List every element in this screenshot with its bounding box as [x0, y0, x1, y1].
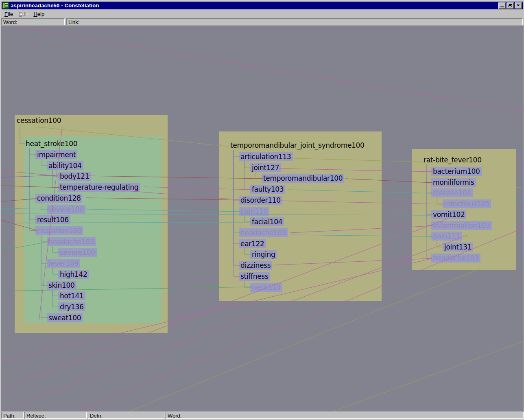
- minimize-button[interactable]: [498, 2, 506, 9]
- menu-file[interactable]: File: [2, 11, 16, 18]
- minimize-icon: [500, 7, 504, 7]
- word-node[interactable]: joint127: [250, 163, 281, 172]
- word-node[interactable]: body121: [58, 172, 91, 181]
- cross-link-line: [516, 164, 524, 165]
- word-node[interactable]: impairment: [35, 150, 77, 159]
- link-field[interactable]: Link:: [66, 18, 523, 25]
- close-icon: ✕: [517, 4, 520, 7]
- word-node[interactable]: sweat100: [47, 313, 83, 322]
- word-node[interactable]: dry136: [58, 302, 85, 311]
- word-field[interactable]: Word:: [1, 18, 65, 25]
- cross-link-line: [516, 224, 524, 225]
- word-node[interactable]: disorder110: [239, 196, 282, 205]
- word-node[interactable]: disease104: [431, 188, 473, 197]
- word-node[interactable]: severe100: [58, 248, 97, 257]
- title-bar[interactable]: aspirinheadache50 - Constellation ✕: [2, 2, 523, 9]
- word-node[interactable]: infectious105: [443, 199, 491, 208]
- status-defn: Defn:: [88, 412, 164, 419]
- word-node[interactable]: faulty103: [250, 185, 285, 194]
- status-word: Word:: [166, 412, 524, 419]
- word-node[interactable]: vomit102: [431, 210, 466, 219]
- word-node[interactable]: bacterium100: [431, 167, 482, 176]
- word-node[interactable]: pain110: [239, 207, 269, 216]
- cross-link-line: [516, 187, 524, 188]
- status-bar: Path: Reltype: Defn: Word:: [1, 411, 523, 419]
- word-node[interactable]: fever109: [47, 259, 80, 268]
- word-node[interactable]: condition128: [35, 194, 82, 203]
- menu-help[interactable]: Help: [31, 11, 47, 18]
- box-title[interactable]: rat-bite_fever100: [423, 155, 483, 164]
- word-node[interactable]: headache103: [239, 228, 288, 237]
- word-node[interactable]: ability104: [47, 161, 83, 170]
- word-node[interactable]: inflammation103: [431, 221, 492, 230]
- status-path: Path:: [1, 412, 24, 419]
- word-node[interactable]: facial104: [250, 217, 284, 226]
- graph-canvas[interactable]: cessation100heat_stroke100impairmentabil…: [1, 26, 524, 412]
- word-node[interactable]: heat_stroke100: [24, 139, 79, 148]
- word-node[interactable]: ear122: [239, 239, 266, 248]
- word-node[interactable]: headache103: [431, 254, 480, 262]
- menu-bar: File Edit Help: [2, 10, 523, 18]
- word-node[interactable]: dizziness: [239, 261, 272, 270]
- word-node[interactable]: skin100: [47, 281, 76, 290]
- app-icon: [2, 2, 9, 9]
- menu-edit: Edit: [16, 11, 31, 18]
- word-node[interactable]: moniliformis: [431, 178, 476, 187]
- toolbar: Word: Link:: [0, 18, 524, 26]
- word-node[interactable]: ringing: [250, 250, 277, 259]
- restore-icon: [509, 4, 512, 7]
- word-node[interactable]: pain111: [431, 232, 462, 241]
- restore-button[interactable]: [507, 2, 514, 9]
- cross-link-line: [13, 27, 524, 112]
- box-title[interactable]: temporomandibular_joint_syndrome100: [229, 141, 365, 150]
- cross-link-line: [516, 201, 524, 202]
- word-node[interactable]: neck114: [250, 283, 282, 292]
- word-node[interactable]: stiffness: [239, 272, 270, 281]
- status-reltype: Reltype:: [24, 412, 87, 419]
- word-node[interactable]: severe100: [47, 205, 85, 214]
- cross-link-line: [310, 341, 524, 412]
- word-node[interactable]: result106: [35, 215, 70, 224]
- word-node[interactable]: articulation113: [239, 152, 293, 161]
- box-title[interactable]: cessation100: [16, 116, 62, 125]
- word-node[interactable]: temperature-regulating: [58, 183, 140, 192]
- word-node[interactable]: temporomandibular100: [262, 174, 344, 183]
- word-node[interactable]: hot141: [58, 291, 85, 300]
- window-title: aspirinheadache50 - Constellation: [9, 2, 99, 9]
- word-node[interactable]: headache103: [47, 237, 96, 246]
- close-button[interactable]: ✕: [515, 2, 522, 9]
- word-node[interactable]: cessation100: [35, 226, 83, 235]
- word-node[interactable]: joint131: [443, 243, 473, 252]
- word-node[interactable]: high142: [58, 270, 89, 279]
- app-window: aspirinheadache50 - Constellation ✕ File…: [0, 0, 524, 420]
